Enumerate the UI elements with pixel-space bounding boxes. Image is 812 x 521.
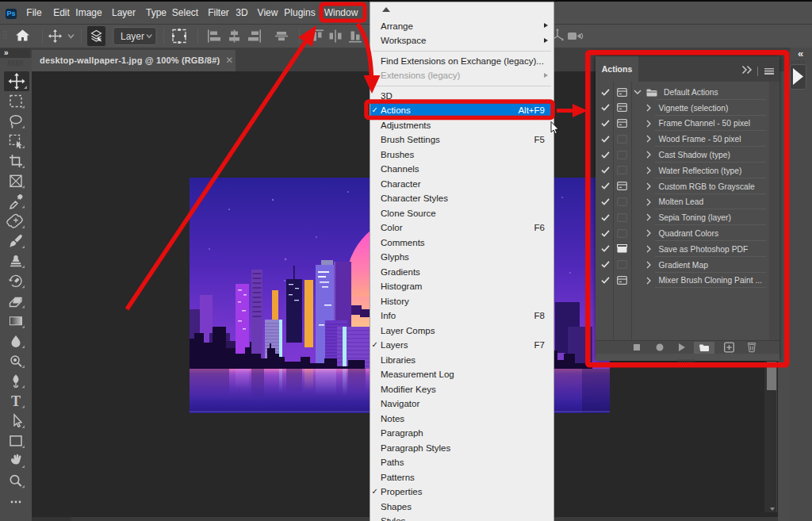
svg-text:T: T	[11, 393, 21, 409]
svg-text:Layer: Layer	[121, 31, 144, 42]
